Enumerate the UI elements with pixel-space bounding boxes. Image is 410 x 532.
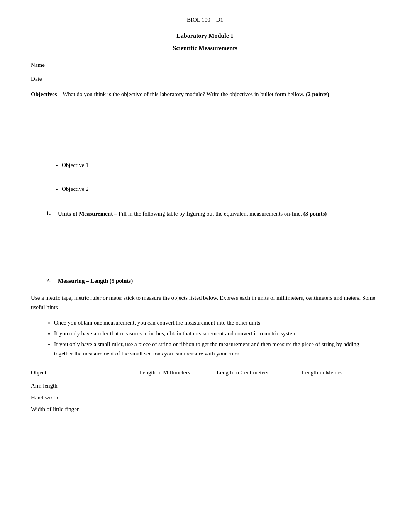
section-2: 2. Measuring – Length (5 points) — [31, 276, 379, 286]
list-item: Objective 2 — [62, 185, 379, 194]
hints-list: Once you obtain one measurement, you can… — [54, 318, 379, 358]
col-header-mm: Length in Millimeters — [139, 366, 217, 380]
section-1-item: 1. Units of Measurement – Fill in the fo… — [46, 209, 379, 218]
section-2-item: 2. Measuring – Length (5 points) — [46, 276, 379, 286]
row-1-mm — [139, 380, 217, 392]
section-2-label: Measuring – Length (5 points) — [58, 278, 133, 284]
header-section: BIOL 100 – D1 Laboratory Module 1 Scient… — [31, 15, 379, 53]
row-2-object: Hand width — [31, 392, 139, 404]
hint-item: If you only have a small ruler, use a pi… — [54, 340, 379, 358]
row-3-m — [302, 403, 379, 415]
row-1-cm — [217, 380, 302, 392]
table-header-row: Object Length in Millimeters Length in C… — [31, 366, 379, 380]
objectives-text: Objectives – What do you think is the ob… — [31, 90, 379, 99]
col-header-object: Object — [31, 366, 139, 380]
objectives-body: What do you think is the objective of th… — [61, 91, 305, 97]
objectives-section: Objectives – What do you think is the ob… — [31, 90, 379, 99]
section-1-content: Units of Measurement – Fill in the follo… — [58, 209, 327, 218]
section-1-prefix: Units of Measurement – — [58, 211, 117, 217]
hint-item: Once you obtain one measurement, you can… — [54, 318, 379, 327]
objective-1-label: Objective 1 — [62, 162, 89, 168]
hint-item: If you only have a ruler that measures i… — [54, 329, 379, 338]
objectives-points: (2 points) — [306, 91, 329, 97]
row-3-object: Width of little finger — [31, 403, 139, 415]
course-title: BIOL 100 – D1 — [31, 15, 379, 24]
name-label: Name — [31, 61, 379, 70]
measuring-intro: Use a metric tape, metric ruler or meter… — [31, 293, 379, 312]
list-item: Objective 1 — [62, 161, 379, 170]
date-label: Date — [31, 75, 379, 83]
measurement-table: Object Length in Millimeters Length in C… — [31, 366, 379, 415]
lab-subtitle: Scientific Measurements — [31, 44, 379, 53]
row-1-object: Arm length — [31, 380, 139, 392]
table-row: Hand width — [31, 392, 379, 404]
row-1-m — [302, 380, 379, 392]
row-2-mm — [139, 392, 217, 404]
lab-module-title: Laboratory Module 1 — [31, 31, 379, 41]
name-date-section: Name Date — [31, 61, 379, 83]
table-row: Arm length — [31, 380, 379, 392]
section-2-number: 2. — [46, 276, 54, 285]
col-header-m: Length in Meters — [302, 366, 379, 380]
section-1-number: 1. — [46, 209, 54, 218]
spacer-objectives — [31, 103, 379, 149]
row-3-mm — [139, 403, 217, 415]
spacer-section1 — [31, 226, 379, 272]
row-3-cm — [217, 403, 302, 415]
objectives-list: Objective 1 Objective 2 — [62, 161, 379, 194]
row-2-cm — [217, 392, 302, 404]
section-2-content: Measuring – Length (5 points) — [58, 276, 133, 286]
col-header-cm: Length in Centimeters — [217, 366, 302, 380]
section-1: 1. Units of Measurement – Fill in the fo… — [31, 209, 379, 218]
section-1-text: Fill in the following table by figuring … — [117, 211, 302, 217]
row-2-m — [302, 392, 379, 404]
section-1-points: (3 points) — [303, 211, 327, 217]
objective-2-label: Objective 2 — [62, 186, 89, 192]
objectives-prefix: Objectives – — [31, 91, 61, 97]
table-row: Width of little finger — [31, 403, 379, 415]
